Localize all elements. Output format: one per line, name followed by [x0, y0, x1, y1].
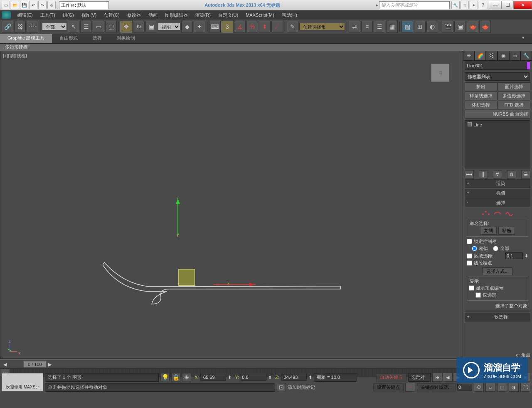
- menu-edit[interactable]: 编辑(E): [14, 11, 36, 19]
- ribbon-expand-icon[interactable]: ▾: [515, 34, 532, 43]
- mat-editor-icon[interactable]: ◐: [426, 21, 438, 32]
- current-frame-input[interactable]: [457, 384, 472, 391]
- keyfilter-button[interactable]: 关键点过滤器...: [417, 383, 456, 391]
- select-rect-icon[interactable]: ▭: [93, 21, 104, 32]
- selection-filter[interactable]: 全部: [42, 23, 67, 30]
- undo-icon[interactable]: ↶: [29, 1, 37, 9]
- schematic-icon[interactable]: ⊞: [414, 21, 426, 32]
- object-color-swatch[interactable]: [526, 62, 530, 70]
- menu-view[interactable]: 视图(V): [78, 11, 100, 19]
- viewport-label[interactable]: [+][前][线框]: [3, 53, 27, 59]
- rollout-soft[interactable]: 软选择: [473, 314, 528, 320]
- mod-extrude[interactable]: 挤出: [465, 82, 498, 91]
- segend-check[interactable]: [467, 260, 472, 266]
- show-vertnum-check[interactable]: [469, 285, 474, 291]
- ribbon-freeform[interactable]: 自由形式: [52, 34, 85, 43]
- lock-handles-check[interactable]: [467, 239, 472, 244]
- make-unique-icon[interactable]: ∀: [493, 170, 502, 178]
- angle-snap-icon[interactable]: ∡: [234, 21, 246, 32]
- unlink-icon[interactable]: ⛓: [14, 21, 26, 32]
- curve-editor-icon[interactable]: ▧: [401, 21, 413, 32]
- move-icon[interactable]: ✥: [121, 21, 132, 32]
- keyboard-icon[interactable]: ⌨: [209, 21, 221, 32]
- spline-shape[interactable]: [103, 259, 352, 313]
- key-mode-icon[interactable]: 〰: [405, 383, 415, 392]
- select-by-button[interactable]: 选择方式...: [483, 267, 512, 275]
- star-icon[interactable]: ☆: [461, 1, 469, 9]
- app-logo-icon[interactable]: [2, 11, 11, 19]
- nav-maximize-icon[interactable]: ⛶: [520, 383, 530, 392]
- x-coord-input[interactable]: [200, 374, 226, 381]
- scale-icon[interactable]: ▣: [145, 21, 157, 32]
- rollout-interp[interactable]: 插值: [473, 190, 528, 196]
- polymodeling-tab[interactable]: 多边形建模: [2, 44, 31, 51]
- vertex-subobj-icon[interactable]: [482, 210, 490, 216]
- manip-icon[interactable]: ✦: [194, 21, 205, 32]
- remove-mod-icon[interactable]: 🗑: [507, 170, 516, 178]
- mod-splinesel[interactable]: 样条线选择: [465, 91, 498, 100]
- menu-customize[interactable]: 自定义(U): [215, 11, 241, 19]
- prev-frame-icon[interactable]: ◀: [443, 373, 453, 382]
- workspace-selector[interactable]: 工作台: 默认: [59, 1, 109, 9]
- viewcube[interactable]: 前: [431, 64, 449, 82]
- only-selected-check[interactable]: [475, 292, 481, 298]
- new-icon[interactable]: ▭: [2, 1, 10, 9]
- all-radio[interactable]: [493, 246, 498, 251]
- select-name-icon[interactable]: ☰: [80, 21, 92, 32]
- stack-item-line[interactable]: Line: [466, 121, 529, 128]
- selset-field[interactable]: 选定对: [408, 373, 431, 382]
- utilities-tab-icon[interactable]: 🔧: [520, 51, 532, 61]
- modify-tab-icon[interactable]: 🌈: [475, 51, 486, 61]
- info-icon[interactable]: 🔧: [451, 1, 460, 9]
- menu-tools[interactable]: 工具(T): [37, 11, 59, 19]
- maxscript-listener[interactable]: 欢迎使用 MAXScr: [2, 373, 43, 391]
- menu-maxscript[interactable]: MAXScript(M): [242, 12, 277, 18]
- menu-help[interactable]: 帮助(H): [278, 11, 300, 19]
- modifier-list[interactable]: 修改器列表: [465, 72, 530, 81]
- copy-button[interactable]: 复制: [480, 227, 497, 235]
- show-result-icon[interactable]: ║: [479, 170, 488, 178]
- snap-icon[interactable]: ☄: [271, 21, 283, 32]
- setkey-button[interactable]: 设置关键点: [373, 383, 404, 391]
- segment-subobj-icon[interactable]: [493, 210, 502, 216]
- menu-create[interactable]: 创建(C): [101, 11, 123, 19]
- render-setup-icon[interactable]: 🎬: [442, 21, 453, 32]
- menu-grapheditor[interactable]: 图形编辑器: [162, 11, 191, 19]
- time-slider[interactable]: ◀ 0 / 100 ▶: [0, 359, 462, 369]
- search-input[interactable]: 键入关键字或短语: [379, 1, 450, 9]
- render-frame-icon[interactable]: ▣: [454, 21, 466, 32]
- pivot-icon[interactable]: ◆: [181, 21, 193, 32]
- nav-region-icon[interactable]: ⬚: [497, 383, 507, 392]
- save-icon[interactable]: 💾: [20, 1, 28, 9]
- area-check[interactable]: [467, 253, 472, 259]
- bind-icon[interactable]: 〰: [27, 21, 38, 32]
- mod-ffdsel[interactable]: FFD 选择: [498, 101, 531, 109]
- display-tab-icon[interactable]: ▭: [509, 51, 521, 61]
- fav-icon[interactable]: ✦: [470, 1, 478, 9]
- spline-subobj-icon[interactable]: [505, 210, 513, 216]
- nav-fov-icon[interactable]: ▱: [485, 383, 495, 392]
- object-name-input[interactable]: [465, 62, 526, 70]
- goto-start-icon[interactable]: ⏮: [432, 373, 442, 382]
- hierarchy-tab-icon[interactable]: ⛓: [486, 51, 498, 61]
- link-icon[interactable]: ⎋: [47, 1, 56, 9]
- abs-rel-icon[interactable]: ⊕: [182, 373, 191, 381]
- help-icon[interactable]: ?: [479, 1, 487, 9]
- mod-patchsel[interactable]: 面片选择: [498, 82, 531, 91]
- ref-coord-system[interactable]: 视图: [158, 23, 180, 30]
- timetag-icon[interactable]: ⊡: [277, 383, 286, 391]
- rollout-select[interactable]: 选择: [473, 200, 528, 206]
- create-tab-icon[interactable]: ✳: [463, 51, 475, 61]
- menu-group[interactable]: 组(G): [59, 11, 77, 19]
- maximize-button[interactable]: ☐: [501, 1, 514, 9]
- close-button[interactable]: ✕: [514, 1, 532, 9]
- graphite-icon[interactable]: ▦: [386, 21, 398, 32]
- redo-icon[interactable]: ↷: [38, 1, 47, 9]
- ribbon-select[interactable]: 选择: [85, 34, 109, 43]
- menu-modifiers[interactable]: 修改器: [124, 11, 144, 19]
- align-icon[interactable]: ≡: [361, 21, 373, 32]
- viewport[interactable]: [+][前][线框] 前 y x z x: [0, 51, 462, 359]
- render-prod-icon[interactable]: 🫖: [479, 21, 491, 32]
- mod-nurbs[interactable]: NURBS 曲面选择: [465, 110, 530, 119]
- open-icon[interactable]: 📂: [11, 1, 19, 9]
